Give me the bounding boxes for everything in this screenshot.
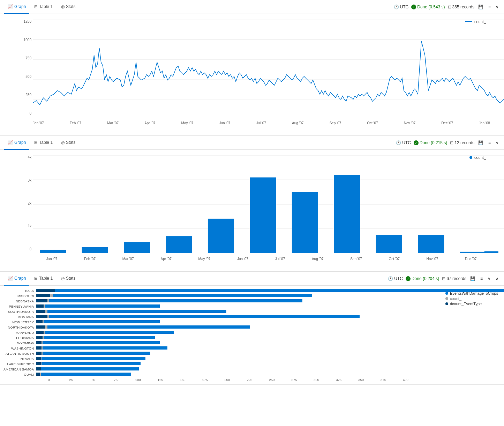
records-label-3: 67 records <box>446 276 466 281</box>
hbar-legend-dot-3 <box>445 302 448 305</box>
records-label-2: 12 records <box>454 140 474 145</box>
chevron-down-icon-3[interactable]: ∨ <box>487 275 492 282</box>
hbar-blue-4 <box>36 310 226 313</box>
table-icon-2: ⊞ <box>34 140 38 145</box>
panel-line-chart: 📈 Graph ⊞ Table 1 ◎ Stats 🕐 UTC ✓ Done (… <box>0 0 504 136</box>
save-btn-1[interactable]: 💾 <box>477 3 484 10</box>
hbar-blue-14 <box>36 362 141 365</box>
tab-graph-label-3: Graph <box>14 276 26 281</box>
records-icon-3: ⊟ <box>442 276 445 281</box>
records-icon-2: ⊟ <box>450 140 453 145</box>
svg-rect-14 <box>166 236 192 253</box>
save-btn-2[interactable]: 💾 <box>477 139 484 146</box>
hbar-chart-area: TEXASMISSOURINEBRASKAPENNSYLVANIASOUTH D… <box>0 286 504 384</box>
records-icon-1: ⊟ <box>448 5 451 9</box>
hbar-row-8: MARYLAND <box>3 330 441 335</box>
tab-table-3[interactable]: ⊞ Table 1 <box>31 272 56 286</box>
timezone-label-3: UTC <box>394 276 403 281</box>
hbar-row-1: MISSOURI <box>3 294 441 298</box>
y-axis-1: 1250 1000 750 500 250 0 <box>17 20 31 115</box>
hbar-dark-4 <box>36 310 45 313</box>
hbar-legend-item-3: dcount_EventType <box>445 302 500 306</box>
x-axis-1: Jan '07 Feb '07 Mar '07 Apr '07 May '07 … <box>33 121 490 125</box>
expand-btn-3[interactable]: ∧ <box>495 275 500 282</box>
save-btn-3[interactable]: 💾 <box>469 275 476 282</box>
status-records-2: ⊟ 12 records <box>450 140 474 145</box>
graph-icon-1: 📈 <box>8 4 13 9</box>
hbar-row-2: NEBRASKA <box>3 299 441 303</box>
panel1-toolbar: 📈 Graph ⊞ Table 1 ◎ Stats 🕐 UTC ✓ Done (… <box>0 0 504 14</box>
chevron-down-icon-1[interactable]: ∨ <box>495 3 500 10</box>
tab-graph-2[interactable]: 📈 Graph <box>4 136 29 150</box>
hbar-chart-left: TEXASMISSOURINEBRASKAPENNSYLVANIASOUTH D… <box>0 288 441 382</box>
table-icon-3: ⊞ <box>34 276 38 281</box>
status-done-2: ✓ Done (0.215 s) <box>414 140 447 145</box>
check-icon-3: ✓ <box>406 276 411 281</box>
hbar-row-16: GUAM <box>3 372 441 376</box>
svg-rect-16 <box>250 177 276 253</box>
panel-bar-chart: 📈 Graph ⊞ Table 1 ◎ Stats 🕐 UTC ✓ Done (… <box>0 136 504 272</box>
hbar-dark-15 <box>36 367 41 370</box>
hbar-blue-1 <box>36 294 312 297</box>
hbar-blue-9 <box>36 336 155 339</box>
tab-graph-3[interactable]: 📈 Graph <box>4 272 29 286</box>
tab-stats-3[interactable]: ◎ Stats <box>58 272 79 286</box>
stats-icon-1: ◎ <box>61 4 65 9</box>
hbar-row-12: ATLANTIC SOUTH <box>3 351 441 355</box>
tab-table-label-3: Table 1 <box>39 276 53 281</box>
hbar-legend-dot-1 <box>445 292 448 295</box>
panel3-tabs: 📈 Graph ⊞ Table 1 ◎ Stats <box>4 272 388 286</box>
hbar-rows-container: TEXASMISSOURINEBRASKAPENNSYLVANIASOUTH D… <box>3 288 441 376</box>
panel3-status: 🕐 UTC ✓ Done (0.204 s) ⊟ 67 records 💾 ≡ … <box>388 275 500 282</box>
stats-icon-3: ◎ <box>61 276 65 281</box>
hbar-blue-5 <box>36 315 360 318</box>
svg-rect-21 <box>460 252 486 253</box>
hbar-row-4: SOUTH DAKOTA <box>3 309 441 314</box>
chevron-down-icon-2[interactable]: ∨ <box>495 139 500 146</box>
clock-icon-1: 🕐 <box>394 5 399 9</box>
x-axis-2: Jan '07 Feb '07 Mar '07 Apr '07 May '07 … <box>33 257 490 261</box>
hbar-row-6: NEW JERSEY <box>3 320 441 324</box>
timezone-label-1: UTC <box>400 5 409 9</box>
timezone-label-2: UTC <box>402 140 411 145</box>
hbar-blue-13 <box>36 357 145 360</box>
hbar-dark-6 <box>36 320 43 323</box>
layout-btn-2[interactable]: ≡ <box>487 139 492 146</box>
hbar-dark-13 <box>36 357 41 360</box>
hbar-row-10: WYOMING <box>3 341 441 345</box>
hbar-blue-10 <box>36 341 160 344</box>
svg-rect-11 <box>40 250 66 253</box>
done-label-1: Done (0.543 s) <box>417 5 445 9</box>
status-done-1: ✓ Done (0.543 s) <box>411 5 445 9</box>
hbar-dark-2 <box>36 299 47 302</box>
tab-stats-1[interactable]: ◎ Stats <box>58 0 79 14</box>
hbar-row-14: LAKE SUPERIOR <box>3 362 441 366</box>
tab-stats-2[interactable]: ◎ Stats <box>58 136 79 150</box>
hbar-row-11: WASHINGTON <box>3 346 441 350</box>
tab-graph-1[interactable]: 📈 Graph <box>4 0 29 14</box>
tab-graph-label-1: Graph <box>14 4 26 9</box>
hbar-blue-15 <box>36 367 139 370</box>
stats-icon-2: ◎ <box>61 140 65 145</box>
hbar-blue-12 <box>36 352 150 355</box>
layout-btn-3[interactable]: ≡ <box>479 275 484 282</box>
tab-stats-label-1: Stats <box>66 4 75 9</box>
check-icon-2: ✓ <box>414 140 419 145</box>
panel2-tabs: 📈 Graph ⊞ Table 1 ◎ Stats <box>4 136 396 150</box>
hbar-blue-16 <box>36 373 131 376</box>
layout-btn-1[interactable]: ≡ <box>487 3 492 10</box>
records-label-1: 365 records <box>452 5 474 9</box>
hbar-dark-1 <box>36 294 50 297</box>
tab-stats-label-2: Stats <box>66 140 75 145</box>
tab-table-label-2: Table 1 <box>39 140 53 145</box>
panel1-tabs: 📈 Graph ⊞ Table 1 ◎ Stats <box>4 0 394 14</box>
tab-table-2[interactable]: ⊞ Table 1 <box>31 136 56 150</box>
clock-icon-3: 🕐 <box>388 276 393 281</box>
tab-table-1[interactable]: ⊞ Table 1 <box>31 0 56 14</box>
tab-stats-label-3: Stats <box>66 276 75 281</box>
check-icon-1: ✓ <box>411 5 416 9</box>
hbar-legend-label-3: dcount_EventType <box>450 302 482 306</box>
status-records-1: ⊟ 365 records <box>448 5 474 9</box>
bar-chart-area: count_ 4k 3k 2k 1k 0 <box>0 150 504 271</box>
status-utc-1: 🕐 UTC <box>394 5 409 9</box>
